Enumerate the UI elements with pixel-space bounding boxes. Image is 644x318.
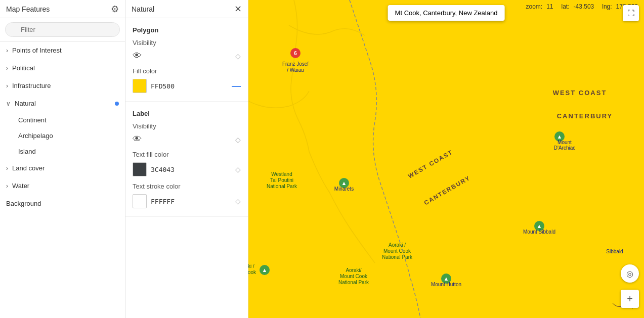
sidebar-item-land-cover[interactable]: › Land cover — [0, 159, 125, 177]
chevron-right-icon: › — [6, 183, 8, 190]
sidebar-item-natural[interactable]: ∨ Natural — [0, 95, 125, 112]
fill-color-label: Fill color — [133, 67, 241, 75]
sidebar-subitem-label: Island — [18, 148, 36, 155]
sidebar-item-label: Points of Interest — [12, 47, 62, 54]
text-fill-diamond-icon[interactable]: ◇ — [235, 165, 241, 173]
svg-text:ki /: ki / — [248, 263, 254, 269]
svg-text:CANTERBURY: CANTERBURY — [557, 112, 613, 120]
color-left: FFFFFF — [133, 194, 175, 208]
label-section-title: Label — [133, 110, 241, 117]
svg-text:Mount: Mount — [557, 140, 572, 145]
filter-wrapper: ⊟ — [5, 22, 120, 37]
svg-text:ook: ook — [248, 269, 256, 275]
svg-text:6: 6 — [294, 51, 297, 56]
sidebar-item-label: Political — [12, 64, 35, 72]
filter-input[interactable] — [5, 22, 120, 37]
map-search-box: Mt Cook, Canterbury, New Zealand — [388, 5, 505, 21]
svg-text:National Park: National Park — [382, 254, 413, 260]
svg-text:▲: ▲ — [444, 276, 449, 282]
sidebar-subitem-island[interactable]: Island — [0, 144, 125, 159]
label-visibility-row: 👁 ◇ — [133, 134, 241, 145]
svg-text:▲: ▲ — [262, 267, 268, 273]
eye-icon[interactable]: 👁 — [133, 51, 142, 61]
svg-text:Mount Sibbald: Mount Sibbald — [523, 229, 555, 235]
svg-text:▲: ▲ — [341, 180, 347, 186]
svg-text:Aoraki/: Aoraki/ — [346, 267, 361, 273]
fill-color-value: FFD500 — [151, 82, 175, 90]
map-area[interactable]: zoom: 11 lat: -43.503 lng: 170.306 Mt Co… — [248, 0, 644, 318]
fill-color-swatch[interactable] — [133, 79, 147, 93]
svg-text:WEST COAST: WEST COAST — [407, 148, 454, 179]
gear-icon: ⚙ — [111, 4, 119, 15]
polygon-fill-color-row: FFD500 — — [133, 79, 241, 93]
svg-text:Aoraki /: Aoraki / — [389, 242, 406, 248]
sidebar-subitem-label: Archipelago — [18, 132, 53, 140]
text-stroke-color-row: FFFFFF ◇ — [133, 194, 241, 208]
location-button[interactable]: ◎ — [621, 264, 639, 283]
lat-value: -43.503 — [574, 3, 594, 10]
location-icon: ◎ — [626, 269, 633, 279]
svg-text:▲: ▲ — [537, 223, 542, 229]
text-stroke-color-label: Text stroke color — [133, 183, 241, 190]
color-left: FFD500 — [133, 79, 175, 93]
lng-label: lng: — [602, 3, 612, 10]
text-stroke-diamond-icon[interactable]: ◇ — [235, 197, 241, 205]
lat-label: lat: — [562, 3, 570, 10]
text-stroke-color-value: FFFFFF — [151, 198, 175, 205]
sidebar-subitem-archipelago[interactable]: Archipelago — [0, 128, 125, 144]
svg-text:CANTERBURY: CANTERBURY — [423, 174, 472, 207]
filter-container: ⊟ — [0, 18, 125, 41]
diamond-icon[interactable]: ◇ — [235, 52, 241, 60]
svg-text:National Park: National Park — [338, 280, 369, 285]
svg-text:Tai Poutini: Tai Poutini — [270, 177, 293, 183]
sidebar-subitem-label: Continent — [18, 116, 47, 124]
chevron-right-icon: › — [6, 82, 8, 89]
chevron-right-icon: › — [6, 165, 8, 172]
chevron-down-icon: ∨ — [6, 100, 11, 107]
sidebar-item-points-of-interest[interactable]: › Points of Interest — [0, 41, 125, 59]
left-sidebar: Map Features ⚙ ⊟ › Points of Interest › … — [0, 0, 125, 318]
middle-panel: Natural ✕ Polygon Visibility 👁 ◇ Fill co… — [125, 0, 248, 318]
text-fill-color-swatch[interactable] — [133, 162, 147, 176]
gear-button[interactable]: ⚙ — [111, 4, 119, 15]
svg-text:Mount Hutton: Mount Hutton — [431, 282, 461, 287]
fullscreen-button[interactable]: ⛶ — [623, 5, 639, 21]
active-dot — [115, 102, 119, 106]
map-svg: 6 Franz Josef / Waiau WEST COAST CANTERB… — [248, 0, 644, 318]
polygon-title: Polygon — [133, 26, 241, 34]
svg-text:D'Archiac: D'Archiac — [554, 145, 575, 151]
svg-text:▲: ▲ — [557, 133, 563, 140]
sidebar-item-water[interactable]: › Water — [0, 177, 125, 195]
sidebar-item-label: Land cover — [12, 164, 45, 172]
text-fill-color-row: 3C4043 ◇ — [133, 162, 241, 176]
fill-minus-icon[interactable]: — — [232, 81, 241, 92]
svg-text:Sibbald: Sibbald — [606, 249, 623, 254]
sidebar-item-background[interactable]: Background — [0, 195, 125, 212]
close-button[interactable]: ✕ — [234, 4, 242, 15]
fullscreen-icon: ⛶ — [627, 9, 634, 17]
text-fill-color-label: Text fill color — [133, 151, 241, 158]
svg-text:Franz Josef: Franz Josef — [282, 61, 309, 67]
svg-text:National Park: National Park — [267, 184, 297, 189]
close-icon: ✕ — [234, 4, 242, 14]
color-left: 3C4043 — [133, 162, 175, 176]
sidebar-title: Map Features — [6, 5, 50, 13]
sidebar-item-label: Natural — [15, 100, 36, 107]
svg-text:Mount Cook: Mount Cook — [383, 248, 411, 254]
zoom-value: 11 — [546, 3, 553, 10]
sidebar-item-political[interactable]: › Political — [0, 59, 125, 77]
label-diamond-icon[interactable]: ◇ — [235, 135, 241, 144]
polygon-visibility-row: 👁 ◇ — [133, 51, 241, 61]
text-stroke-color-swatch[interactable] — [133, 194, 147, 208]
sidebar-item-label: Infrastructure — [12, 82, 51, 89]
label-eye-icon[interactable]: 👁 — [133, 134, 142, 145]
visibility-label: Visibility — [133, 39, 241, 47]
label-visibility-label: Visibility — [133, 122, 241, 130]
sidebar-item-infrastructure[interactable]: › Infrastructure — [0, 77, 125, 95]
zoom-plus-icon: + — [627, 293, 633, 305]
chevron-right-icon: › — [6, 47, 8, 54]
zoom-in-button[interactable]: + — [621, 290, 639, 308]
sidebar-item-label: Water — [12, 182, 29, 190]
sidebar-subitem-continent[interactable]: Continent — [0, 112, 125, 128]
svg-text:WEST COAST: WEST COAST — [553, 89, 607, 97]
